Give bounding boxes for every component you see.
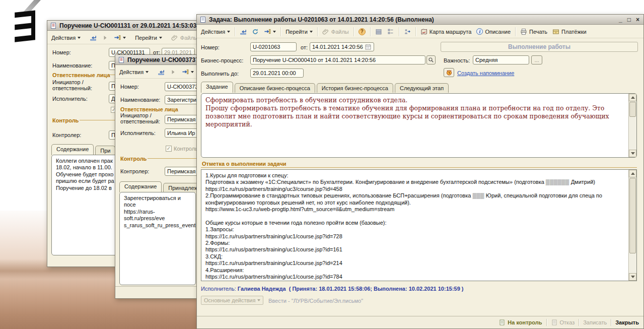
due-label: Выполнить до: (201, 71, 239, 77)
print-label: Печать (529, 29, 547, 35)
number-field[interactable]: U-CЮ003737 (165, 82, 197, 91)
save-close-button[interactable] (156, 67, 167, 77)
start-button[interactable] (168, 67, 179, 77)
refuse-button[interactable]: Отказ (551, 319, 575, 326)
info-icon: i (476, 28, 483, 35)
task-description-panel[interactable]: Сформировать потребность в обучении сотр… (201, 93, 637, 158)
titlebar[interactable]: Задача: Выполнение работы U-0201063 от 1… (197, 15, 643, 25)
toolbar: Действия (115, 65, 197, 79)
files-button[interactable]: Файлы (169, 33, 197, 43)
forward-button[interactable] (112, 33, 128, 43)
dropdown-arrow-icon (146, 71, 149, 73)
tab-next-stage[interactable]: Следующий этап (395, 83, 449, 93)
executor-name: Галиева Надежда (238, 286, 286, 292)
initiator-field[interactable]: Перимская (165, 115, 197, 124)
scroll-up-button[interactable] (629, 94, 636, 101)
work-type-display: Выполнение работы (441, 42, 638, 52)
save-close-icon (158, 69, 165, 76)
actions-menu-button[interactable]: Действия (117, 68, 151, 77)
main-actions-combo[interactable]: Основные действия (201, 296, 263, 305)
completion-note-text: 1.Курсы для подготовки к спецу: Подготов… (201, 170, 627, 281)
tab-strip: Содержание При (51, 144, 117, 155)
actions-menu-button[interactable]: Действия (199, 27, 232, 36)
goto-menu-button[interactable]: Перейти (133, 33, 164, 42)
date-field[interactable]: 14.01.2021 14:20:56 (310, 42, 374, 51)
tab-belonging[interactable]: При (95, 146, 115, 155)
structure-button[interactable] (373, 27, 384, 37)
completion-note-panel[interactable]: 1.Курсы для подготовки к спецу: Подготов… (201, 169, 637, 281)
importance-more-button[interactable]: ... (531, 55, 542, 64)
due-field[interactable]: 29.01.2021 00:00 (250, 69, 304, 78)
from-label: от: (301, 44, 308, 50)
number-field[interactable]: U-0201063 (250, 42, 297, 51)
start-button[interactable] (100, 33, 111, 43)
forward-button[interactable] (180, 67, 196, 77)
initiator-label: Инициатор / ответственный: (120, 112, 160, 124)
maximize-button[interactable]: □ (627, 16, 631, 23)
scroll-down-button[interactable] (629, 273, 636, 281)
scroll-up-button[interactable] (629, 170, 636, 177)
save-close-button[interactable] (238, 27, 249, 37)
scroll-thumb[interactable] (629, 102, 636, 117)
forward-icon (114, 34, 121, 41)
goto-menu-button[interactable]: Перейти (283, 27, 315, 36)
help-button[interactable]: ? (356, 27, 368, 37)
name-field[interactable]: Зарегистри (165, 95, 197, 104)
create-reminder-link[interactable]: Создать напоминание (457, 70, 514, 76)
files-button[interactable]: Файлы (320, 27, 351, 37)
titlebar[interactable]: Поручение U-CЮ001131 от 29.01.2021 14:53… (47, 21, 197, 31)
number-label: Номер: (52, 49, 71, 55)
executor-field[interactable]: Ильина Ир (165, 128, 197, 138)
content-panel[interactable]: Зарегестрироваться и посе https://rarus-… (119, 192, 196, 285)
business-process-select-button[interactable] (426, 55, 436, 64)
main-actions-label: Основные действия (204, 297, 255, 303)
description-button[interactable]: i Описание (474, 27, 513, 36)
window-task: Задача: Выполнение работы U-0201063 от 1… (196, 14, 644, 329)
save-close-button[interactable] (88, 33, 99, 43)
start-icon (102, 34, 109, 41)
section-line (148, 158, 197, 159)
print-button[interactable]: Печать (518, 27, 549, 37)
scroll-thumb[interactable] (629, 178, 636, 253)
scroll-down-button[interactable] (629, 150, 636, 157)
forward-button[interactable] (262, 27, 278, 37)
payments-button[interactable]: Платёжки (550, 27, 589, 37)
separator (611, 319, 611, 326)
tab-task[interactable]: Задание (201, 82, 233, 93)
tab-content[interactable]: Содержание (51, 144, 94, 155)
close-button[interactable]: × (636, 16, 639, 23)
task-description-text: Сформировать потребность в обучении сотр… (201, 94, 627, 157)
save-button[interactable]: Записать (583, 319, 607, 325)
task-scrollbar[interactable] (628, 94, 636, 157)
tab-belonging[interactable]: Принадлеж (163, 183, 197, 192)
redirect-button[interactable] (402, 27, 413, 37)
route-map-icon (420, 28, 427, 35)
tab-process-history[interactable]: История бизнес-процесса (317, 83, 393, 93)
refresh-button[interactable] (250, 27, 261, 37)
note-scrollbar[interactable] (628, 170, 636, 281)
list-settings-button[interactable] (385, 27, 396, 37)
controller-field[interactable]: Перимская (165, 167, 197, 176)
executor-details: ( Принята: 18.01.2021 15:58:06; Выполнен… (289, 286, 464, 292)
control-checkbox[interactable]: ✓ Контроль (166, 146, 197, 152)
alarm-clock-icon (446, 69, 453, 76)
close-window-button[interactable]: Закрыть (615, 319, 639, 325)
business-process-field[interactable]: Поручение U-CЮ000410 от 14.01.2021 14:20… (250, 55, 425, 64)
goto-label: Перейти (285, 29, 308, 35)
reminder-button[interactable] (444, 68, 454, 77)
printer-icon (520, 28, 527, 35)
number-label: Номер: (120, 84, 139, 90)
minimize-button[interactable]: _ (619, 16, 622, 23)
tab-process-description[interactable]: Описание бизнес-процесса (235, 83, 315, 93)
route-map-button[interactable]: Карта маршрута (418, 27, 474, 37)
tab-content[interactable]: Содержание (119, 181, 162, 192)
actions-menu-button[interactable]: Действия (49, 33, 83, 42)
help-icon: ? (359, 28, 366, 35)
importance-field[interactable]: Средняя (473, 55, 529, 64)
calendar-icon[interactable] (365, 43, 372, 50)
desktop-logo: Ш (5, 9, 40, 44)
titlebar[interactable]: Поручение U-CЮ003737 (115, 55, 197, 65)
oncontrol-button[interactable]: На контроль (498, 319, 542, 326)
redirect-user-icon (404, 28, 411, 35)
controller-label: Контролер: (52, 132, 81, 138)
